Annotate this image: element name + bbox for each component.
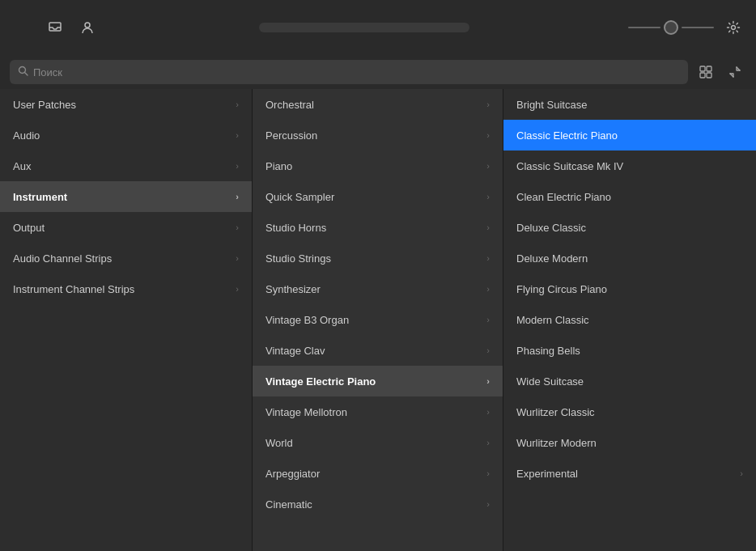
right-item-experimental[interactable]: Experimental › bbox=[503, 458, 756, 489]
mid-item-label: Cinematic bbox=[265, 498, 312, 511]
settings-button[interactable] bbox=[720, 15, 746, 40]
right-item-label: Bright Suitcase bbox=[516, 99, 587, 111]
mid-item-arpeggiator[interactable]: Arpeggiator › bbox=[253, 458, 503, 489]
nav-next-button[interactable] bbox=[453, 26, 460, 29]
nav-pill bbox=[259, 23, 469, 32]
chevron-icon: › bbox=[486, 468, 490, 478]
right-item-label: Flying Circus Piano bbox=[516, 283, 607, 295]
mid-item-piano[interactable]: Piano › bbox=[253, 150, 503, 181]
mid-item-label: Orchestral bbox=[265, 99, 314, 111]
chevron-icon: › bbox=[486, 376, 490, 386]
right-item-deluxe-classic[interactable]: Deluxe Classic bbox=[503, 212, 756, 243]
right-item-classic-electric-piano[interactable]: Classic Electric Piano bbox=[503, 120, 756, 150]
mid-item-orchestral[interactable]: Orchestral › bbox=[253, 89, 503, 120]
right-item-label: Wurlitzer Modern bbox=[516, 437, 597, 449]
right-item-modern-classic[interactable]: Modern Classic bbox=[503, 304, 756, 335]
mid-item-vintage-b3-organ[interactable]: Vintage B3 Organ › bbox=[253, 304, 503, 335]
person-button[interactable] bbox=[74, 15, 100, 40]
top-bar-right-controls bbox=[628, 15, 746, 40]
vol-line-right bbox=[682, 27, 714, 28]
chevron-icon: › bbox=[740, 468, 743, 478]
right-item-classic-suitcase-mk-iv[interactable]: Classic Suitcase Mk IV bbox=[503, 150, 756, 181]
top-bar-left-controls bbox=[10, 15, 100, 40]
svg-line-4 bbox=[25, 73, 28, 76]
right-item-label: Deluxe Classic bbox=[516, 222, 586, 234]
right-item-clean-electric-piano[interactable]: Clean Electric Piano bbox=[503, 181, 756, 212]
mid-item-studio-horns[interactable]: Studio Horns › bbox=[253, 212, 503, 243]
svg-rect-8 bbox=[707, 73, 711, 78]
mid-column: Orchestral › Percussion › Piano › Quick … bbox=[253, 89, 503, 551]
chevron-icon: › bbox=[486, 499, 490, 509]
mid-item-label: Synthesizer bbox=[265, 283, 321, 295]
right-item-label: Phasing Bells bbox=[516, 345, 580, 357]
left-item-label: Audio bbox=[13, 129, 40, 142]
mid-item-label: Quick Sampler bbox=[265, 191, 334, 203]
mid-item-vintage-mellotron[interactable]: Vintage Mellotron › bbox=[253, 396, 503, 427]
chevron-icon: › bbox=[486, 315, 490, 324]
mid-item-synthesizer[interactable]: Synthesizer › bbox=[253, 273, 503, 304]
left-item-instrument[interactable]: Instrument › bbox=[0, 181, 252, 212]
left-item-label: Instrument Channel Strips bbox=[13, 283, 134, 295]
grid-icon bbox=[699, 66, 712, 78]
right-item-label: Classic Suitcase Mk IV bbox=[516, 160, 623, 172]
mid-item-quick-sampler[interactable]: Quick Sampler › bbox=[253, 181, 503, 212]
right-item-wurlitzer-classic[interactable]: Wurlitzer Classic bbox=[503, 396, 756, 427]
left-item-label: Aux bbox=[13, 160, 31, 172]
right-item-wide-suitcase[interactable]: Wide Suitcase bbox=[503, 366, 756, 396]
right-item-wurlitzer-modern[interactable]: Wurlitzer Modern bbox=[503, 427, 756, 458]
search-input-wrap bbox=[10, 60, 688, 84]
left-item-aux[interactable]: Aux › bbox=[0, 150, 252, 181]
vol-knob[interactable] bbox=[664, 20, 678, 35]
grid-view-button[interactable] bbox=[694, 61, 717, 83]
search-icon bbox=[18, 66, 28, 78]
mid-item-cinematic[interactable]: Cinematic › bbox=[253, 489, 503, 519]
svg-rect-7 bbox=[700, 73, 705, 78]
mid-item-percussion[interactable]: Percussion › bbox=[253, 120, 503, 150]
vol-line-left bbox=[628, 27, 660, 28]
chevron-icon: › bbox=[486, 223, 490, 232]
right-item-flying-circus-piano[interactable]: Flying Circus Piano bbox=[503, 273, 756, 304]
left-item-label: User Patches bbox=[13, 99, 76, 111]
left-item-output[interactable]: Output › bbox=[0, 212, 252, 243]
chevron-icon: › bbox=[486, 284, 490, 294]
mid-item-label: Percussion bbox=[265, 129, 317, 142]
chevron-icon: › bbox=[486, 192, 490, 201]
nav-prev-button[interactable] bbox=[269, 26, 275, 29]
search-input[interactable] bbox=[33, 66, 680, 78]
left-item-audio-channel-strips[interactable]: Audio Channel Strips › bbox=[0, 243, 252, 273]
mid-item-studio-strings[interactable]: Studio Strings › bbox=[253, 243, 503, 273]
right-item-label: Classic Electric Piano bbox=[516, 129, 618, 142]
volume-control bbox=[628, 20, 714, 35]
dropdown-button[interactable] bbox=[10, 15, 36, 40]
right-item-label: Experimental bbox=[516, 468, 578, 480]
left-item-instrument-channel-strips[interactable]: Instrument Channel Strips › bbox=[0, 273, 252, 304]
mid-item-label: World bbox=[265, 437, 293, 449]
chevron-icon: › bbox=[486, 253, 490, 263]
left-item-audio[interactable]: Audio › bbox=[0, 120, 252, 150]
svg-rect-6 bbox=[707, 66, 711, 71]
right-item-label: Clean Electric Piano bbox=[516, 191, 611, 203]
mid-item-vintage-clav[interactable]: Vintage Clav › bbox=[253, 335, 503, 366]
right-item-bright-suitcase[interactable]: Bright Suitcase bbox=[503, 89, 756, 120]
left-item-label: Output bbox=[13, 222, 45, 234]
search-bar bbox=[0, 55, 756, 89]
chevron-icon: › bbox=[236, 192, 239, 201]
inbox-button[interactable] bbox=[42, 15, 68, 40]
gear-icon bbox=[726, 20, 741, 35]
right-item-deluxe-modern[interactable]: Deluxe Modern bbox=[503, 243, 756, 273]
nav-center bbox=[107, 23, 622, 32]
right-item-phasing-bells[interactable]: Phasing Bells bbox=[503, 335, 756, 366]
chevron-icon: › bbox=[486, 100, 490, 109]
chevron-icon: › bbox=[486, 161, 490, 171]
person-icon bbox=[80, 20, 95, 35]
mid-item-label: Vintage Clav bbox=[265, 345, 325, 357]
chevron-icon: › bbox=[236, 100, 239, 109]
chevron-icon: › bbox=[486, 407, 490, 417]
mid-item-vintage-electric-piano[interactable]: Vintage Electric Piano › bbox=[253, 366, 503, 396]
left-item-label: Audio Channel Strips bbox=[13, 252, 112, 265]
mid-item-label: Piano bbox=[265, 160, 292, 172]
right-column: Bright Suitcase Classic Electric Piano C… bbox=[503, 89, 756, 551]
mid-item-world[interactable]: World › bbox=[253, 427, 503, 458]
collapse-button[interactable] bbox=[724, 61, 746, 83]
left-item-user-patches[interactable]: User Patches › bbox=[0, 89, 252, 120]
